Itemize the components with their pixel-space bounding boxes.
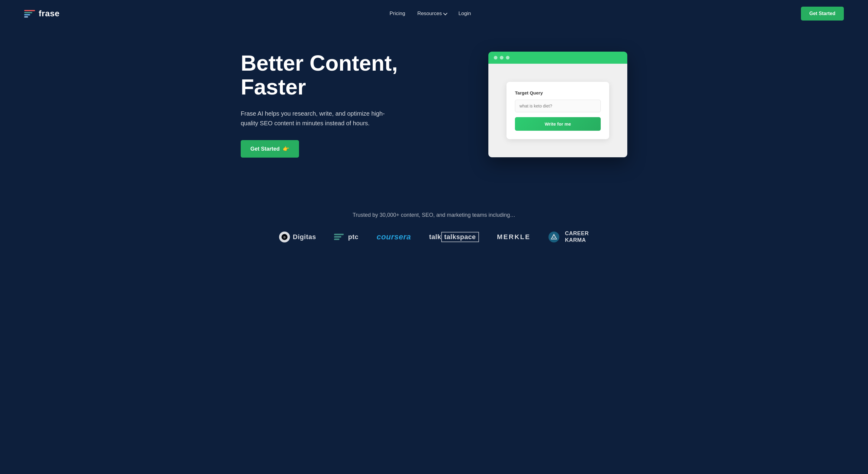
- navigation: frase Pricing Resources Login Get Starte…: [0, 0, 868, 27]
- logo-link[interactable]: frase: [24, 9, 60, 19]
- hero-subtitle: Frase AI helps you research, write, and …: [241, 109, 398, 128]
- hero-cta-label: Get Started: [250, 146, 280, 152]
- brand-ptc: ptc: [334, 233, 359, 241]
- brand-digitas: D Digitas: [279, 231, 316, 243]
- nav-item-resources: Resources: [417, 10, 446, 17]
- hero-left: Better Content, Faster Frase AI helps yo…: [241, 51, 398, 158]
- logo-text: frase: [39, 9, 60, 19]
- logo-icon: [24, 10, 35, 18]
- talkspace-box: talkspace: [441, 232, 479, 242]
- hero-get-started-button[interactable]: Get Started 👉: [241, 140, 299, 158]
- ptc-name: ptc: [348, 233, 359, 241]
- svg-point-2: [553, 236, 555, 238]
- hero-title: Better Content, Faster: [241, 51, 398, 99]
- hero-cta-emoji: 👉: [283, 146, 289, 152]
- mockup-body: Target Query Write for me: [488, 64, 627, 157]
- query-label: Target Query: [515, 90, 601, 95]
- brands-row: D Digitas ptc coursera talktalkspace: [24, 230, 844, 243]
- trusted-section: Trusted by 30,000+ content, SEO, and mar…: [0, 194, 868, 261]
- merkle-name: MERKLE: [497, 233, 531, 241]
- chevron-down-icon: [443, 11, 447, 15]
- nav-item-pricing: Pricing: [390, 10, 405, 17]
- dot-2: [500, 56, 503, 60]
- query-card: Target Query Write for me: [506, 82, 609, 139]
- app-mockup: Target Query Write for me: [488, 52, 627, 157]
- svg-text:D: D: [283, 236, 285, 239]
- dot-3: [506, 56, 509, 60]
- nav-links: Pricing Resources Login: [390, 10, 471, 17]
- hero-section: Better Content, Faster Frase AI helps yo…: [217, 27, 651, 194]
- query-input[interactable]: [515, 100, 601, 112]
- nav-get-started-button[interactable]: Get Started: [801, 7, 844, 21]
- trusted-headline: Trusted by 30,000+ content, SEO, and mar…: [24, 212, 844, 218]
- login-link[interactable]: Login: [459, 10, 471, 16]
- brand-coursera: coursera: [377, 232, 411, 242]
- resources-label: Resources: [417, 10, 442, 17]
- brand-talkspace: talktalkspace: [429, 232, 479, 242]
- brand-merkle: MERKLE: [497, 233, 531, 241]
- digitas-name: Digitas: [293, 233, 316, 241]
- pricing-link[interactable]: Pricing: [390, 10, 405, 16]
- mockup-titlebar: [488, 52, 627, 64]
- hero-right: Target Query Write for me: [488, 52, 627, 157]
- resources-link[interactable]: Resources: [417, 10, 446, 17]
- dot-1: [494, 56, 497, 60]
- coursera-name: coursera: [377, 232, 411, 242]
- write-for-me-button[interactable]: Write for me: [515, 117, 601, 131]
- talkspace-name: talktalkspace: [429, 232, 479, 242]
- digitas-icon: D: [279, 231, 290, 243]
- nav-item-login: Login: [459, 10, 471, 17]
- career-karma-name: CAREER KARMA: [565, 230, 589, 243]
- brand-career-karma: CAREER KARMA: [549, 230, 589, 243]
